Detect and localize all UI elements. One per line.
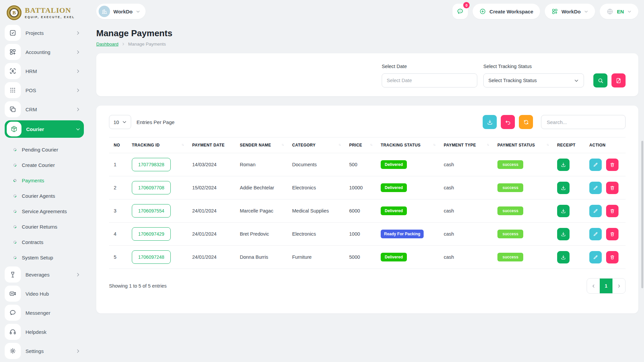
- chevron-right-icon: [75, 349, 80, 354]
- messages-badge: 0: [463, 2, 470, 8]
- edit-button[interactable]: [589, 251, 602, 263]
- sidebar-item-projects[interactable]: Projects: [5, 25, 84, 41]
- sidebar-item-payments[interactable]: Payments: [5, 173, 84, 188]
- entries-per-page-select[interactable]: 10: [109, 115, 131, 129]
- sidebar-item-beverages[interactable]: Beverages: [5, 266, 84, 283]
- sidebar-item-helpdesk[interactable]: Helpdesk: [5, 324, 84, 340]
- col-price[interactable]: ↑↓PRICE: [346, 137, 378, 153]
- filter-clear-button[interactable]: [611, 73, 626, 87]
- chevron-down-icon: [584, 9, 588, 14]
- tracking-id-chip[interactable]: 1706097554: [132, 204, 171, 218]
- sidebar-item-service-agreements[interactable]: Service Agreements: [5, 203, 84, 219]
- sidebar-item-pending-courier[interactable]: Pending Courier: [5, 142, 84, 157]
- tracking-id-chip[interactable]: 1707798328: [132, 158, 171, 171]
- sidebar-item-create-courier[interactable]: Create Courier: [5, 157, 84, 173]
- col-tracking-id[interactable]: ↑↓TRACKING ID: [129, 137, 190, 153]
- chevron-right-icon: [121, 42, 125, 46]
- messages-button[interactable]: 0: [452, 4, 468, 19]
- chevron-right-icon: [75, 107, 80, 112]
- undo-button[interactable]: [501, 115, 515, 129]
- delete-button[interactable]: [606, 228, 619, 240]
- sidebar-item-courier[interactable]: Courier: [5, 120, 84, 138]
- delete-button[interactable]: [606, 251, 619, 263]
- sender-name: Marcelle Pagac: [237, 199, 289, 223]
- workspace-switcher[interactable]: WorkDo: [96, 4, 146, 19]
- refresh-button[interactable]: [519, 115, 533, 129]
- edit-button[interactable]: [589, 159, 602, 171]
- sidebar-item-crm[interactable]: CRM: [5, 101, 84, 117]
- breadcrumb-dashboard-link[interactable]: Dashboard: [96, 42, 118, 47]
- export-download-button[interactable]: [483, 115, 497, 129]
- col-payment-type[interactable]: ↑↓PAYMENT TYPE: [441, 137, 495, 153]
- sidebar-item-contracts[interactable]: Contracts: [5, 234, 84, 250]
- filter-search-button[interactable]: [593, 73, 607, 87]
- tracking-id-chip[interactable]: 1706097429: [132, 227, 171, 241]
- sender-name: Donna Burris: [237, 246, 289, 269]
- col-payment-status[interactable]: ↑↓PAYMENT STATUS: [495, 137, 554, 153]
- edit-button[interactable]: [589, 182, 602, 194]
- col-tracking-status[interactable]: ↑↓TRACKING STATUS: [378, 137, 441, 153]
- sort-icon[interactable]: ↑↓: [546, 143, 548, 146]
- chevron-right-icon: [617, 284, 621, 288]
- sidebar-item-video-hub[interactable]: Video Hub: [5, 286, 84, 302]
- table-search-input[interactable]: [541, 115, 626, 129]
- sidebar-item-accounting[interactable]: Accounting: [5, 44, 84, 60]
- bullet-icon: [13, 255, 17, 260]
- receipt-download-button[interactable]: [557, 228, 570, 240]
- receipt-download-button[interactable]: [557, 251, 570, 263]
- delete-button[interactable]: [606, 205, 619, 217]
- page-scrollbar[interactable]: [641, 141, 643, 288]
- table-footer: Showing 1 to 5 of 5 entries 1: [109, 278, 626, 294]
- row-number: 4: [109, 223, 129, 246]
- receipt-download-button[interactable]: [557, 159, 570, 171]
- sidebar: B BATTALION EQUIP, EXECUTE, EXEL Project…: [0, 0, 88, 362]
- pagination-page-1[interactable]: 1: [600, 279, 612, 293]
- col-sender-name[interactable]: ↑↓SENDER NAME: [237, 137, 289, 153]
- sidebar-item-messenger[interactable]: Messenger: [5, 305, 84, 321]
- download-icon: [487, 119, 493, 125]
- tracking-id-chip[interactable]: 1706097708: [132, 181, 171, 194]
- create-workspace-button[interactable]: Create Workspace: [473, 4, 540, 19]
- date-filter-input[interactable]: [382, 73, 477, 87]
- sender-name: Roman: [237, 153, 289, 176]
- price: 10000: [346, 176, 378, 199]
- tracking-status-badge: Delivered: [381, 183, 407, 192]
- receipt-download-button[interactable]: [557, 205, 570, 217]
- download-icon: [560, 208, 566, 214]
- delete-button[interactable]: [606, 182, 619, 194]
- delete-button[interactable]: [606, 159, 619, 171]
- tracking-status-select[interactable]: Select Tracking Status: [483, 73, 584, 87]
- language-selector[interactable]: EN: [600, 4, 638, 19]
- col-payment-date: PAYMENT DATE: [190, 137, 237, 153]
- payment-type: cash: [441, 153, 495, 176]
- receipt-download-button[interactable]: [557, 182, 570, 194]
- row-number: 1: [109, 153, 129, 176]
- brand-logo[interactable]: B BATTALION EQUIP, EXECUTE, EXEL: [5, 3, 84, 25]
- sort-icon[interactable]: ↑↓: [487, 143, 489, 146]
- sidebar-item-courier-agents[interactable]: Courier Agents: [5, 188, 84, 203]
- sidebar-item-system-setup[interactable]: System Setup: [5, 250, 84, 265]
- edit-button[interactable]: [589, 205, 602, 217]
- tracking-id-chip[interactable]: 1706097248: [132, 250, 171, 264]
- sort-icon[interactable]: ↑↓: [181, 143, 183, 146]
- chevron-right-icon: [75, 31, 80, 36]
- app-root: B BATTALION EQUIP, EXECUTE, EXEL Project…: [0, 0, 644, 362]
- pagination-prev-button[interactable]: [587, 279, 600, 293]
- category: Medical Supplies: [289, 199, 346, 223]
- tracking-status-filter-group: Select Tracking Status Select Tracking S…: [483, 64, 584, 87]
- table-row: 1 1707798328 14/03/2024 Roman Documents …: [109, 153, 626, 176]
- col-category[interactable]: ↑↓CATEGORY: [289, 137, 346, 153]
- pagination-next-button[interactable]: [612, 279, 625, 293]
- edit-button[interactable]: [589, 228, 602, 240]
- category: Furniture: [289, 246, 346, 269]
- sidebar-item-courier-returns[interactable]: Courier Returns: [5, 219, 84, 234]
- sender-name: Addie Bechtelar: [237, 176, 289, 199]
- sort-icon[interactable]: ↑↓: [433, 143, 435, 146]
- sidebar-item-settings[interactable]: Settings: [5, 343, 84, 359]
- sort-icon[interactable]: ↑↓: [370, 143, 372, 146]
- workspace-menu-button[interactable]: WorkDo: [545, 4, 595, 19]
- sidebar-item-hrm[interactable]: HRM: [5, 63, 84, 79]
- sort-icon[interactable]: ↑↓: [338, 143, 340, 146]
- sidebar-item-pos[interactable]: POS: [5, 82, 84, 98]
- sort-icon[interactable]: ↑↓: [281, 143, 283, 146]
